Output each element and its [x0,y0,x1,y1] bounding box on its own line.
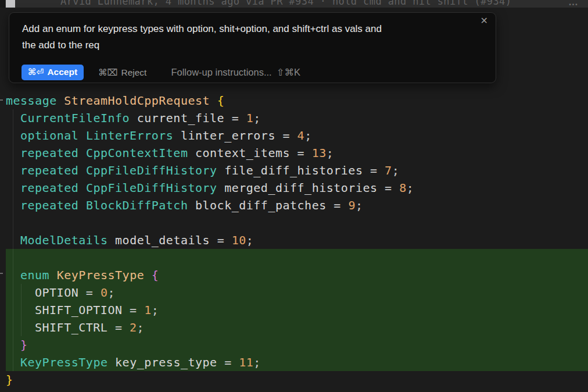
code-token: = [297,146,312,160]
code-token: LinterErrors [86,129,181,142]
code-token: CppFileDiffHistory [86,163,224,177]
code-token: 7 [385,163,392,177]
code-token: = [224,355,239,369]
code-token: context_items [195,146,297,160]
code-token: = [283,129,297,142]
code-line[interactable]: SHIFT_CTRL = 2; [6,319,588,336]
code-token: ; [407,181,414,195]
code-token: block_diff_patches [195,198,334,212]
code-line[interactable]: enum KeyPressType { [6,266,588,284]
code-editor[interactable]: message StreamHoldCppRequest {CurrentFil… [0,92,588,389]
code-line[interactable]: optional LinterErrors linter_errors = 4; [6,127,588,144]
code-token: key_press_type [115,355,224,369]
followup-instructions[interactable]: Follow-up instructions... ⇧⌘K [171,67,300,78]
code-line[interactable]: repeated CppContextItem context_items = … [6,144,588,162]
code-token: ; [137,320,145,334]
code-token: CurrentFileInfo [20,111,137,125]
code-token: 1 [246,111,254,125]
code-token: StreamHoldCppRequest [64,94,217,108]
code-token: ; [327,146,334,160]
code-line[interactable]: repeated BlockDiffPatch block_diff_patch… [6,197,588,214]
code-token: SHIFT_OPTION [35,303,130,317]
inline-edit-popup: ✕ Add an enum for keypress types with op… [9,12,496,83]
code-token: 4 [297,129,305,142]
code-line[interactable]: KeyPressType key_press_type = 11; [6,354,588,371]
code-line[interactable]: message StreamHoldCppRequest { [6,92,588,109]
code-token: KeyPressType [57,268,152,282]
code-line[interactable]: CurrentFileInfo current_file = 1; [6,109,588,127]
code-token: 8 [399,181,407,195]
code-token: enum [20,268,57,282]
code-token: = [86,286,101,300]
fold-chevron-icon[interactable] [0,99,3,101]
cmd-return-icon: ⌘⏎ [28,67,44,77]
code-line[interactable]: repeated CppFileDiffHistory merged_diff_… [6,179,588,197]
code-token: = [232,111,246,125]
blame-text[interactable]: Arvid Lunnemark, 4 months ago via PR #93… [60,0,511,7]
code-token: 10 [232,233,246,247]
scrollbar-thumb[interactable] [6,0,15,8]
accept-button[interactable]: ⌘⏎ Accept [21,65,84,80]
code-token: merged_diff_histories [224,181,385,195]
shift-cmd-k-shortcut: ⇧⌘K [277,67,300,78]
code-token: = [115,320,130,334]
code-token: ; [253,111,261,125]
code-token: repeated [20,146,86,160]
code-line[interactable] [6,249,588,266]
code-token: CppContextItem [86,146,195,160]
code-token: ; [152,303,159,317]
code-token: 0 [101,286,108,300]
cmd-delete-icon: ⌘⌧ [98,67,117,78]
code-token: optional [20,129,86,142]
code-token: ; [356,198,363,212]
code-token: SHIFT_CTRL [35,320,115,334]
code-token: CppFileDiffHistory [86,181,224,195]
code-token: current_file [137,111,232,125]
code-line[interactable]: ModelDetails model_details = 10; [6,231,588,249]
code-token: = [385,181,399,195]
code-token: ; [253,355,261,369]
code-token: file_diff_histories [224,163,370,177]
blame-bar: Arvid Lunnemark, 4 months ago via PR #93… [0,0,588,8]
code-token: = [130,303,144,317]
code-token: 11 [239,355,253,369]
popup-buttons: ⌘⏎ Accept ⌘⌧ Reject Follow-up instructio… [21,65,300,80]
code-token: repeated [20,181,86,195]
code-token: message [6,94,64,108]
code-token: KeyPressType [20,355,115,369]
code-token: OPTION [35,286,86,300]
code-line[interactable] [6,214,588,231]
prompt-text: Add an enum for keypress types with opti… [22,21,481,54]
code-line[interactable]: repeated CppFileDiffHistory file_diff_hi… [6,162,588,179]
blame-overflow-icon[interactable]: … [568,0,579,8]
code-token: } [6,373,13,387]
code-line[interactable]: } [6,371,588,389]
reject-button[interactable]: ⌘⌧ Reject [98,67,146,78]
code-token: = [217,233,232,247]
code-token: 13 [312,146,327,160]
code-token: = [334,198,348,212]
blame-bar-notch [0,0,5,8]
code-token: 9 [348,198,356,212]
code-token: repeated [20,163,86,177]
code-token: model_details [115,233,217,247]
code-token: ; [304,129,312,142]
followup-label: Follow-up instructions... [171,67,271,78]
code-line[interactable]: SHIFT_OPTION = 1; [6,301,588,319]
reject-label: Reject [121,67,146,78]
prompt-text-line2: the add to the req [22,40,99,51]
code-token: } [20,338,28,352]
close-icon[interactable]: ✕ [481,16,488,26]
code-token: = [370,163,385,177]
code-line[interactable]: OPTION = 0; [6,284,588,301]
code-token: 2 [130,320,137,334]
code-line[interactable]: } [6,336,588,354]
code-token: 1 [144,303,152,317]
code-token: BlockDiffPatch [86,198,195,212]
accept-label: Accept [47,67,77,77]
fold-chevron-icon[interactable] [0,273,3,274]
code-token: ; [107,286,115,300]
prompt-text-line1: Add an enum for keypress types with opti… [22,23,382,34]
code-token: repeated [20,198,86,212]
code-token: ; [246,233,254,247]
